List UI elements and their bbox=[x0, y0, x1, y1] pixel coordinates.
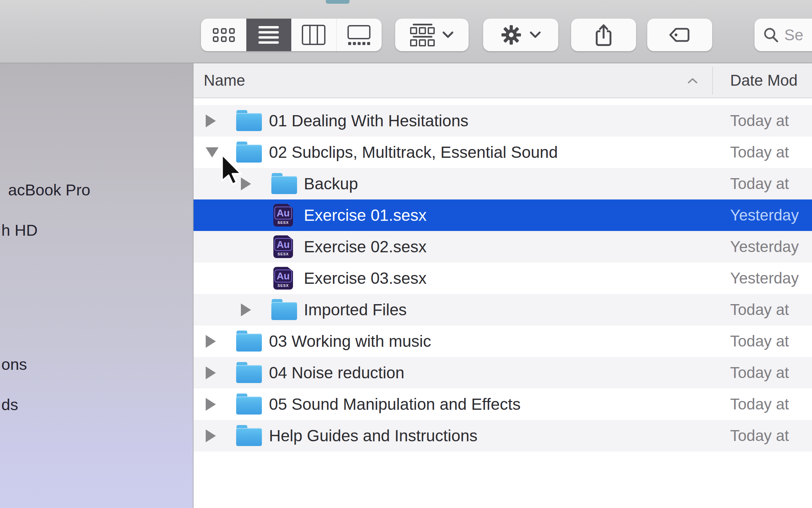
sort-ascending-icon bbox=[686, 77, 699, 85]
sesx-badge: SESX bbox=[277, 283, 289, 288]
gear-icon bbox=[500, 24, 522, 46]
date-modified: Yesterday bbox=[730, 231, 799, 262]
video-overlay-notch bbox=[326, 0, 349, 4]
date-modified: Today at bbox=[730, 294, 789, 325]
column-header-row: Name Date Mod bbox=[194, 63, 812, 98]
au-badge: Au bbox=[274, 238, 292, 251]
sidebar-item[interactable]: acBook Pro bbox=[8, 181, 90, 199]
column-divider[interactable] bbox=[712, 67, 713, 94]
search-input[interactable]: Se bbox=[754, 19, 812, 51]
view-mode-segmented-control bbox=[201, 19, 382, 51]
date-modified: Yesterday bbox=[730, 199, 799, 231]
icon-view-button[interactable] bbox=[201, 19, 246, 51]
file-name: 02 Subclips, Multitrack, Essential Sound bbox=[269, 136, 558, 168]
sidebar-item[interactable]: h HD bbox=[1, 221, 38, 239]
share-button[interactable] bbox=[571, 19, 636, 51]
sesx-badge: SESX bbox=[277, 252, 289, 256]
list-row[interactable]: AuSESXExercise 03.sesxYesterday bbox=[194, 262, 812, 294]
folder-icon bbox=[236, 331, 262, 352]
sesx-badge: SESX bbox=[277, 220, 289, 225]
finder-window: Se acBook Proh HDonsdsComms Hub -... Nam… bbox=[0, 0, 812, 508]
folder-icon bbox=[236, 110, 262, 131]
file-name: Imported Files bbox=[304, 294, 407, 325]
search-icon bbox=[763, 27, 779, 43]
file-browser: Name Date Mod 01 Dealing With Hesitation… bbox=[194, 63, 812, 508]
file-name: Exercise 01.sesx bbox=[304, 199, 427, 231]
disclosure-triangle-icon[interactable] bbox=[241, 303, 251, 316]
list-row[interactable]: 05 Sound Manipulation and EffectsToday a… bbox=[194, 388, 812, 420]
date-modified: Today at bbox=[730, 136, 789, 168]
column-header-name[interactable]: Name bbox=[204, 63, 245, 98]
date-modified: Today at bbox=[730, 325, 789, 357]
date-modified: Today at bbox=[730, 105, 789, 136]
disclosure-triangle-icon[interactable] bbox=[206, 147, 219, 157]
chevron-down-icon bbox=[529, 31, 541, 39]
list-view-button[interactable] bbox=[246, 19, 291, 51]
file-list: 01 Dealing With HesitationsToday at02 Su… bbox=[194, 105, 812, 451]
share-icon bbox=[593, 23, 614, 47]
search-placeholder: Se bbox=[784, 26, 803, 44]
list-view-icon bbox=[258, 26, 279, 44]
toolbar: Se bbox=[0, 0, 812, 63]
list-row[interactable]: BackupToday at bbox=[194, 168, 812, 199]
tag-icon bbox=[668, 26, 691, 44]
disclosure-triangle-icon[interactable] bbox=[206, 366, 216, 379]
audition-file-icon: AuSESX bbox=[273, 204, 293, 227]
disclosure-triangle-icon[interactable] bbox=[206, 335, 216, 348]
list-row[interactable]: 03 Working with musicToday at bbox=[194, 325, 812, 357]
audition-file-icon: AuSESX bbox=[273, 235, 293, 258]
date-modified: Today at bbox=[730, 420, 789, 451]
list-row[interactable]: Imported FilesToday at bbox=[194, 294, 812, 325]
file-name: Exercise 03.sesx bbox=[304, 262, 427, 294]
sidebar-item[interactable]: ons bbox=[1, 355, 27, 374]
column-view-button[interactable] bbox=[291, 19, 336, 51]
gallery-view-button[interactable] bbox=[336, 19, 382, 51]
actions-button[interactable] bbox=[483, 19, 558, 51]
file-name: 03 Working with music bbox=[269, 325, 431, 357]
date-modified: Today at bbox=[730, 388, 789, 420]
date-modified: Yesterday bbox=[730, 262, 799, 294]
au-badge: Au bbox=[274, 270, 292, 282]
tag-button[interactable] bbox=[647, 19, 712, 51]
group-by-icon bbox=[410, 24, 435, 46]
file-name: Help Guides and Instructions bbox=[269, 420, 477, 451]
file-name: 01 Dealing With Hesitations bbox=[269, 105, 469, 136]
folder-icon bbox=[271, 173, 297, 194]
icon-view-icon bbox=[213, 28, 235, 42]
folder-icon bbox=[271, 299, 297, 320]
audition-file-icon: AuSESX bbox=[273, 267, 293, 290]
sidebar: acBook Proh HDonsdsComms Hub -... bbox=[0, 63, 193, 508]
list-row[interactable]: AuSESXExercise 01.sesxYesterday bbox=[194, 199, 812, 231]
file-name: Backup bbox=[304, 168, 358, 199]
list-row[interactable]: 01 Dealing With HesitationsToday at bbox=[194, 105, 812, 136]
column-view-icon bbox=[302, 25, 325, 45]
disclosure-triangle-icon[interactable] bbox=[206, 429, 216, 442]
folder-icon bbox=[236, 425, 262, 446]
gallery-view-icon bbox=[347, 25, 370, 45]
folder-icon bbox=[236, 362, 262, 383]
list-row[interactable]: AuSESXExercise 02.sesxYesterday bbox=[194, 231, 812, 262]
list-row[interactable]: 02 Subclips, Multitrack, Essential Sound… bbox=[194, 136, 812, 168]
column-header-date-modified[interactable]: Date Mod bbox=[730, 63, 797, 98]
mouse-cursor bbox=[220, 153, 243, 186]
date-modified: Today at bbox=[730, 168, 789, 199]
sidebar-item[interactable]: ds bbox=[1, 395, 18, 414]
disclosure-triangle-icon[interactable] bbox=[206, 398, 216, 411]
group-by-button[interactable] bbox=[395, 19, 469, 51]
disclosure-triangle-icon[interactable] bbox=[206, 114, 216, 127]
chevron-down-icon bbox=[442, 31, 454, 39]
list-row[interactable]: 04 Noise reductionToday at bbox=[194, 357, 812, 388]
folder-icon bbox=[236, 394, 262, 415]
au-badge: Au bbox=[274, 207, 292, 219]
file-name: 04 Noise reduction bbox=[269, 357, 404, 388]
file-name: Exercise 02.sesx bbox=[304, 231, 427, 262]
list-row[interactable]: Help Guides and InstructionsToday at bbox=[194, 420, 812, 451]
date-modified: Today at bbox=[730, 357, 789, 388]
file-name: 05 Sound Manipulation and Effects bbox=[269, 388, 521, 420]
